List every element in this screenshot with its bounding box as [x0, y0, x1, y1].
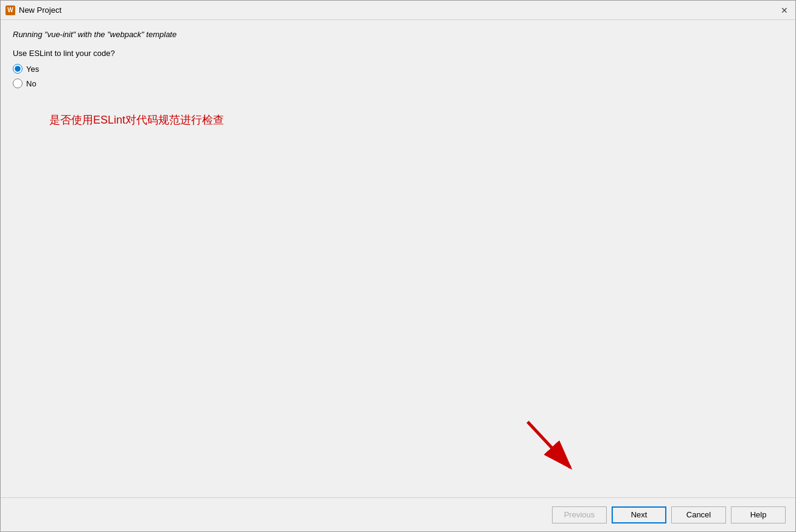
close-button[interactable]: ✕	[778, 4, 791, 16]
next-button[interactable]: Next	[612, 506, 666, 523]
radio-yes-item[interactable]: Yes	[13, 64, 783, 74]
help-button[interactable]: Help	[731, 506, 786, 523]
window-title: New Project	[19, 5, 61, 15]
radio-no-input[interactable]	[13, 79, 23, 88]
radio-yes-label: Yes	[26, 65, 39, 74]
radio-no-item[interactable]: No	[13, 79, 783, 88]
subtitle-text: Running "vue-init" with the "webpack" te…	[13, 30, 783, 39]
app-icon-text: W	[7, 7, 13, 13]
app-icon: W	[5, 5, 15, 15]
radio-yes-input[interactable]	[13, 64, 23, 74]
footer: Previous Next Cancel Help	[1, 497, 795, 531]
radio-group: Yes No	[13, 64, 783, 88]
title-bar-left: W New Project	[5, 5, 61, 15]
content-area: Running "vue-init" with the "webpack" te…	[1, 20, 795, 497]
previous-button[interactable]: Previous	[552, 506, 607, 523]
radio-no-label: No	[26, 79, 37, 88]
question-label: Use ESLint to lint your code?	[13, 49, 783, 58]
title-bar: W New Project ✕	[1, 1, 795, 20]
cancel-button[interactable]: Cancel	[671, 506, 726, 523]
main-window: W New Project ✕ Running "vue-init" with …	[0, 0, 796, 532]
annotation-text: 是否使用ESLint对代码规范进行检查	[49, 113, 783, 127]
